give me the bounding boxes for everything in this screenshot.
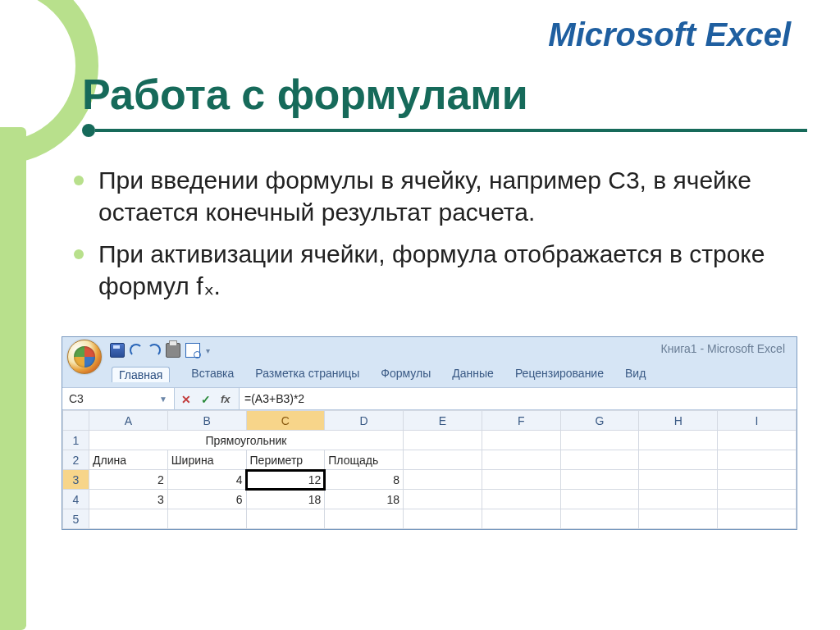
slide-title: Работа с формулами [82, 70, 807, 119]
cell[interactable] [718, 431, 797, 450]
cell[interactable] [482, 470, 560, 490]
row-header[interactable]: 5 [63, 509, 89, 529]
row-header[interactable]: 3 [63, 470, 89, 490]
bullet-text: При активизации ячейки, формула отобража… [98, 238, 807, 302]
col-header[interactable]: E [404, 411, 482, 431]
name-box[interactable]: C3 ▼ [62, 388, 175, 409]
cell[interactable]: Прямоугольник [89, 431, 404, 450]
save-icon[interactable] [110, 343, 125, 358]
cell[interactable]: 4 [167, 470, 246, 490]
cell[interactable] [482, 450, 560, 470]
workbook-title: Книга1 - Microsoft Excel [661, 342, 785, 355]
name-box-dropdown-icon[interactable]: ▼ [159, 395, 167, 404]
redo-icon[interactable] [148, 344, 161, 357]
brand-label: Microsoft Excel [548, 16, 791, 53]
formula-accept-icon[interactable]: ✓ [201, 393, 212, 404]
cell[interactable] [560, 431, 639, 450]
excel-titlebar: ▾ Книга1 - Microsoft Excel [62, 337, 797, 363]
cell[interactable] [560, 490, 639, 509]
col-header[interactable]: A [89, 411, 168, 431]
rule-dot-icon [82, 124, 95, 137]
cell[interactable] [560, 470, 639, 490]
cell[interactable] [325, 509, 404, 529]
cell[interactable]: 6 [167, 490, 246, 509]
cell[interactable]: Площадь [325, 450, 404, 470]
grid-row: 5 [63, 509, 797, 529]
excel-screenshot: ▾ Книга1 - Microsoft Excel Главная Встав… [62, 336, 797, 530]
cell[interactable] [482, 509, 560, 529]
tab-insert[interactable]: Вставка [191, 367, 234, 382]
bullet-text: При введении формулы в ячейку, например … [98, 164, 807, 228]
cell[interactable]: Ширина [167, 450, 246, 470]
formula-cancel-icon[interactable]: ✕ [181, 393, 193, 404]
formula-input[interactable]: =(A3+B3)*2 [239, 388, 797, 409]
row-header[interactable]: 4 [63, 490, 89, 509]
bullet-dot-icon [74, 176, 84, 185]
tab-data[interactable]: Данные [452, 367, 494, 382]
spreadsheet-grid[interactable]: A B C D E F G H I 1 Прямоугольник [62, 410, 797, 529]
cell[interactable]: Длина [89, 450, 168, 470]
cell[interactable]: 3 [89, 490, 168, 509]
active-cell[interactable]: 12 [246, 470, 325, 490]
bullet-item: При введении формулы в ячейку, например … [74, 164, 807, 228]
cell[interactable] [560, 450, 639, 470]
cell[interactable] [639, 431, 718, 450]
undo-icon[interactable] [130, 344, 143, 357]
cell[interactable] [404, 450, 482, 470]
tab-home[interactable]: Главная [112, 367, 170, 382]
cell[interactable] [404, 509, 482, 529]
qat-dropdown-icon[interactable]: ▾ [205, 344, 210, 357]
cell[interactable] [404, 470, 482, 490]
cell[interactable]: 8 [325, 470, 404, 490]
col-header[interactable]: C [246, 411, 325, 431]
ribbon-tabs: Главная Вставка Разметка страницы Формул… [62, 363, 797, 387]
cell[interactable] [718, 450, 797, 470]
col-header[interactable]: D [325, 411, 404, 431]
cell[interactable] [718, 490, 797, 509]
cell[interactable] [404, 490, 482, 509]
cell[interactable]: 18 [325, 490, 404, 509]
grid-row: 2 Длина Ширина Периметр Площадь [63, 450, 797, 470]
cell[interactable] [404, 431, 482, 450]
cell[interactable] [89, 509, 168, 529]
print-icon[interactable] [166, 343, 180, 358]
tab-view[interactable]: Вид [625, 367, 646, 382]
cell[interactable] [167, 509, 246, 529]
quick-access-toolbar: ▾ [110, 343, 210, 358]
cell[interactable] [482, 431, 560, 450]
title-rule [82, 126, 807, 135]
cell[interactable] [482, 490, 560, 509]
office-button[interactable] [67, 340, 102, 374]
cell[interactable]: Периметр [246, 450, 325, 470]
grid-row: 4 3 6 18 18 [63, 490, 797, 509]
col-header[interactable]: F [482, 411, 560, 431]
cell[interactable] [246, 509, 325, 529]
cell[interactable] [718, 509, 797, 529]
column-header-row: A B C D E F G H I [63, 411, 797, 431]
cell[interactable] [639, 490, 718, 509]
row-header[interactable]: 2 [63, 450, 89, 470]
grid-row: 3 2 4 12 8 [63, 470, 797, 490]
tab-review[interactable]: Рецензирование [515, 367, 604, 382]
fx-icon[interactable]: fx [221, 393, 232, 404]
tab-page-layout[interactable]: Разметка страницы [255, 367, 359, 382]
cell[interactable] [639, 509, 718, 529]
formula-bar: C3 ▼ ✕ ✓ fx =(A3+B3)*2 [62, 387, 797, 410]
slide: Microsoft Excel Работа с формулами При в… [0, 0, 840, 630]
cell[interactable]: 18 [246, 490, 325, 509]
rule-line [95, 129, 807, 132]
col-header[interactable]: B [167, 411, 246, 431]
cell[interactable] [718, 470, 797, 490]
tab-formulas[interactable]: Формулы [381, 367, 431, 382]
cell[interactable] [639, 450, 718, 470]
cell[interactable] [560, 509, 639, 529]
col-header[interactable]: G [560, 411, 639, 431]
cell[interactable]: 2 [89, 470, 168, 490]
cell[interactable] [639, 470, 718, 490]
col-header[interactable]: I [718, 411, 797, 431]
print-preview-icon[interactable] [185, 343, 200, 358]
row-header[interactable]: 1 [63, 431, 89, 450]
select-all-corner[interactable] [63, 411, 89, 431]
decoration-sidebar [0, 127, 26, 630]
col-header[interactable]: H [639, 411, 718, 431]
